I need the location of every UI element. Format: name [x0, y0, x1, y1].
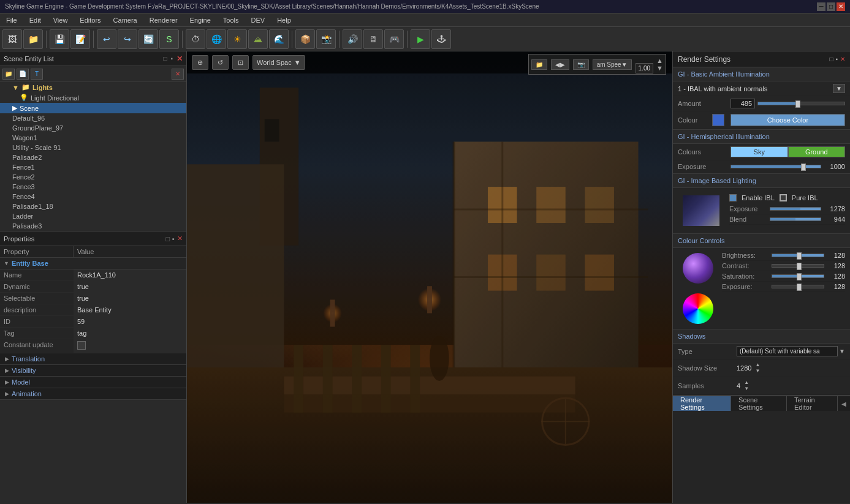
prop-tag-val[interactable]: tag	[74, 328, 186, 339]
toolbar-asset[interactable]: 📦	[295, 29, 315, 49]
toolbar-refresh[interactable]: 🔄	[139, 29, 158, 49]
exposure-slider[interactable]	[772, 285, 824, 288]
scene-entity-list-close[interactable]: ✕	[176, 55, 183, 63]
render-settings-close[interactable]: ✕	[840, 56, 845, 62]
shadow-samples-stepper[interactable]: ▲ ▼	[744, 380, 749, 392]
entity-palisade3[interactable]: Palisade3	[0, 221, 186, 231]
animation-section-header[interactable]: ▶ Animation	[0, 388, 186, 400]
gi-colour-swatch[interactable]	[712, 114, 724, 126]
cam-arrow-btn[interactable]: ◀▶	[551, 59, 569, 70]
entity-lights-group[interactable]: ▼ 📁 Lights	[0, 82, 186, 92]
toolbar-redo[interactable]: ↪	[118, 29, 137, 49]
ibl-exposure-slider[interactable]	[770, 207, 821, 211]
tab-terrain-editor[interactable]: Terrain Editor	[787, 396, 838, 411]
tab-render-settings[interactable]: Render Settings	[673, 396, 731, 411]
entity-fence1[interactable]: Fence1	[0, 162, 186, 172]
properties-close[interactable]: ✕	[177, 235, 183, 243]
toolbar-screenshot[interactable]: 📸	[316, 29, 336, 49]
shadow-size-stepper[interactable]: ▲ ▼	[755, 362, 760, 374]
menu-engine[interactable]: Engine	[184, 13, 217, 27]
brightness-slider[interactable]	[772, 254, 824, 257]
contrast-handle[interactable]	[797, 263, 802, 270]
tab-scene-settings[interactable]: Scene Settings	[731, 396, 787, 411]
cam-folder-btn[interactable]: 📁	[531, 59, 547, 70]
toolbar-save-as[interactable]: 📝	[70, 29, 90, 49]
properties-minmax[interactable]: □	[165, 235, 170, 243]
toolbar-terrain[interactable]: ⛰	[248, 29, 268, 49]
brightness-handle[interactable]	[797, 252, 802, 260]
toolbar-sun[interactable]: ☀	[227, 29, 247, 49]
entity-wagon1[interactable]: Wagon1	[0, 133, 186, 143]
render-settings-min[interactable]: ▪	[835, 56, 838, 62]
contrast-slider[interactable]	[772, 264, 824, 268]
shadow-type-select[interactable]: (Default) Soft with variable sa	[737, 346, 838, 356]
shadow-samples-value[interactable]: 4	[737, 382, 740, 389]
exposure-handle[interactable]	[797, 284, 802, 291]
prop-selectable-val[interactable]: true	[74, 293, 186, 304]
scene-entity-list-expand[interactable]: ▪	[170, 55, 173, 62]
menu-renderer[interactable]: Renderer	[143, 13, 184, 27]
prop-description-val[interactable]: Base Entity	[74, 304, 186, 315]
hemi-ground-btn[interactable]: Ground	[788, 146, 846, 157]
toolbar-gamepad2[interactable]: 🕹	[431, 29, 451, 49]
cam-screenshot-btn[interactable]: 📷	[573, 59, 589, 70]
choose-color-btn[interactable]: Choose Color	[730, 114, 845, 126]
menu-file[interactable]: File	[0, 13, 23, 27]
properties-min[interactable]: ▪	[172, 235, 175, 243]
toolbar-save[interactable]: 💾	[50, 29, 69, 49]
entity-scene[interactable]: ▶ Scene	[0, 103, 186, 113]
model-section-header[interactable]: ▶ Model	[0, 377, 186, 388]
toolbar-new[interactable]: 🖼	[2, 29, 22, 49]
gi-hemi-exposure-handle[interactable]	[801, 164, 806, 171]
entity-fence2[interactable]: Fence2	[0, 172, 186, 182]
entity-delete-btn[interactable]: ✕	[172, 69, 184, 80]
entity-palisade1-18[interactable]: Palisade1_18	[0, 201, 186, 211]
toolbar-open-folder[interactable]: 📁	[23, 29, 43, 49]
gi-amount-slider[interactable]	[757, 102, 845, 105]
entity-fence4[interactable]: Fence4	[0, 192, 186, 201]
vp-scale-btn[interactable]: ⊡	[232, 55, 249, 70]
menu-tools[interactable]: Tools	[217, 13, 245, 27]
shadow-samples-up-icon[interactable]: ▲	[744, 380, 749, 386]
scene-entity-list-minmax[interactable]: □	[163, 55, 167, 62]
toolbar-play[interactable]: ▶	[411, 29, 430, 49]
vp-transform-btn[interactable]: ⊕	[192, 55, 208, 70]
cam-speed-dropdown-btn[interactable]: am Spee▼	[593, 59, 632, 70]
toolbar-undo[interactable]: ↩	[97, 29, 116, 49]
menu-help[interactable]: Help	[271, 13, 297, 27]
prop-dynamic-val[interactable]: true	[74, 281, 186, 292]
toolbar-clock[interactable]: ⏱	[186, 29, 205, 49]
entity-folder-btn[interactable]: 📄	[17, 69, 29, 80]
prop-constant-update-val[interactable]	[74, 339, 186, 353]
saturation-slider[interactable]	[772, 274, 824, 278]
panel-collapse-btn[interactable]: ◀	[838, 396, 850, 411]
viewport[interactable]: ⊕ ↺ ⊡ World Spac ▼ 📁 ◀▶ 📷 am Spee▼ 1.00	[187, 51, 672, 503]
shadow-size-down-icon[interactable]: ▼	[755, 368, 760, 374]
visibility-section-header[interactable]: ▶ Visibility	[0, 365, 186, 377]
gi-amount-input[interactable]	[730, 99, 755, 108]
pure-ibl-checkbox[interactable]	[780, 194, 787, 201]
entity-fence3[interactable]: Fence3	[0, 182, 186, 192]
entity-base-section-header[interactable]: ▼ Entity Base	[0, 258, 186, 269]
menu-camera[interactable]: Camera	[107, 13, 143, 27]
toolbar-monitor[interactable]: 🖥	[363, 29, 383, 49]
gi-hemi-exposure-slider[interactable]	[730, 165, 821, 168]
prop-name-val[interactable]: Rock1A_110	[74, 269, 186, 280]
toolbar-water[interactable]: 🌊	[269, 29, 289, 49]
entity-label-btn[interactable]: T	[31, 69, 43, 80]
menu-editors[interactable]: Editors	[74, 13, 107, 27]
ibl-blend-slider[interactable]	[770, 217, 821, 221]
entity-light-directional[interactable]: 💡 Light Directional	[0, 92, 186, 103]
maximize-button[interactable]: □	[827, 2, 835, 11]
toolbar-gamepad[interactable]: 🎮	[384, 29, 404, 49]
toolbar-sound[interactable]: 🔊	[343, 29, 362, 49]
saturation-handle[interactable]	[797, 273, 802, 280]
hemi-sky-btn[interactable]: Sky	[730, 146, 788, 157]
gi-amount-slider-handle[interactable]	[795, 100, 800, 108]
shadow-type-dropdown-icon[interactable]: ▼	[839, 348, 845, 355]
menu-view[interactable]: View	[47, 13, 74, 27]
entity-groundplane[interactable]: GroundPlane_97	[0, 123, 186, 133]
entity-utility-scale91[interactable]: Utility - Scale 91	[0, 143, 186, 152]
render-settings-minmax[interactable]: □	[829, 56, 833, 62]
menu-edit[interactable]: Edit	[23, 13, 47, 27]
